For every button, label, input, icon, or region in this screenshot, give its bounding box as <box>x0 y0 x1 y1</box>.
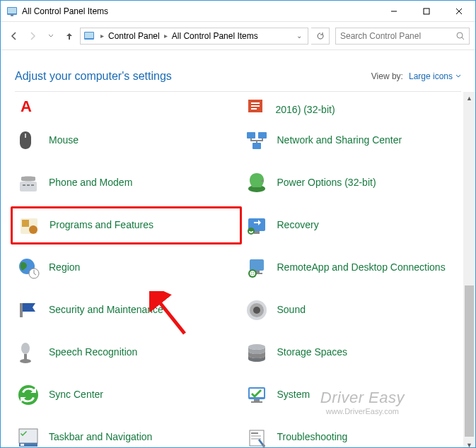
titlebar: All Control Panel Items <box>1 1 475 22</box>
partial-row: A 2016) (32-bit) <box>1 92 475 119</box>
back-button[interactable] <box>6 28 22 44</box>
sound-icon <box>245 298 269 322</box>
region-icon <box>16 256 40 280</box>
chevron-right-icon[interactable]: ▸ <box>161 32 170 40</box>
scroll-thumb[interactable] <box>465 285 474 437</box>
address-bar[interactable]: ▸ Control Panel ▸ All Control Panel Item… <box>80 28 308 45</box>
cpl-item-label: Mouse <box>49 134 79 147</box>
cpl-item-phone-and-modem[interactable]: Phone and Modem <box>15 168 238 198</box>
cpl-item-label: Sync Center <box>49 389 103 401</box>
cpl-item-troubleshooting[interactable]: Troubleshooting <box>243 423 466 448</box>
partial-item-label[interactable]: 2016) (32-bit) <box>276 104 335 117</box>
recent-dropdown[interactable] <box>43 28 59 44</box>
svg-line-10 <box>462 37 464 40</box>
cpl-item-sync-center[interactable]: Sync Center <box>15 380 238 410</box>
svg-rect-19 <box>31 184 34 186</box>
cpl-item-label: Network and Sharing Center <box>277 134 402 147</box>
scroll-track[interactable] <box>463 104 475 439</box>
security-maintenance-icon <box>16 298 40 322</box>
chevron-down-icon[interactable]: ⌄ <box>294 32 305 40</box>
up-button[interactable] <box>62 28 77 44</box>
troubleshooting-icon <box>245 425 269 448</box>
svg-rect-47 <box>19 429 37 443</box>
cpl-item-storage-spaces[interactable]: Storage Spaces <box>243 338 466 367</box>
svg-rect-4 <box>424 8 429 14</box>
svg-rect-52 <box>251 435 261 437</box>
cpl-item-label: Region <box>49 261 80 274</box>
programs-and-features-icon <box>17 213 41 237</box>
viewby-dropdown[interactable]: Large icons <box>409 71 461 81</box>
svg-point-40 <box>20 359 31 363</box>
control-panel-icon <box>83 30 95 42</box>
cpl-item-label: Speech Recognition <box>49 346 137 359</box>
cpl-item-system[interactable]: System <box>243 380 466 410</box>
cpl-item-network-sharing-center[interactable]: Network and Sharing Center <box>243 126 466 155</box>
cpl-item-label: Troubleshooting <box>277 431 348 444</box>
svg-rect-15 <box>252 143 261 149</box>
svg-point-27 <box>248 228 255 235</box>
toolbar: ▸ Control Panel ▸ All Control Panel Item… <box>1 22 475 50</box>
svg-rect-46 <box>251 401 262 403</box>
search-box[interactable] <box>335 28 470 45</box>
scroll-down-button[interactable]: ▼ <box>463 439 475 448</box>
cpl-item-label: Security and Maintenance <box>49 304 163 317</box>
cpl-item-label: RemoteApp and Desktop Connections <box>277 261 446 274</box>
cpl-item-programs-and-features[interactable]: Programs and Features <box>11 206 242 244</box>
letter-a-icon: A <box>21 98 32 116</box>
svg-rect-17 <box>23 184 25 186</box>
svg-rect-1 <box>8 8 16 13</box>
svg-rect-2 <box>11 15 13 16</box>
phone-and-modem-icon <box>16 171 40 195</box>
svg-rect-34 <box>20 303 23 317</box>
header: Adjust your computer's settings View by:… <box>1 50 475 91</box>
close-button[interactable] <box>443 1 475 21</box>
svg-rect-26 <box>254 231 260 234</box>
remoteapp-icon <box>245 256 269 280</box>
chevron-right-icon[interactable]: ▸ <box>98 32 107 40</box>
maximize-button[interactable] <box>410 1 443 21</box>
page-title: Adjust your computer's settings <box>15 70 172 83</box>
cpl-item-taskbar-navigation[interactable]: Taskbar and Navigation <box>15 423 238 448</box>
svg-rect-23 <box>22 220 29 227</box>
taskbar-navigation-icon <box>16 425 40 448</box>
scrollbar[interactable]: ▲ ▼ <box>463 92 475 448</box>
cpl-item-label: Phone and Modem <box>49 177 132 189</box>
office-icon <box>243 92 267 116</box>
svg-rect-12 <box>25 134 26 138</box>
svg-point-54 <box>262 444 265 447</box>
sync-center-icon <box>16 383 40 407</box>
minimize-button[interactable] <box>378 1 410 21</box>
cpl-item-speech-recognition[interactable]: Speech Recognition <box>15 338 238 367</box>
cpl-item-sound[interactable]: Sound <box>243 295 466 325</box>
control-panel-icon <box>6 6 18 17</box>
svg-rect-14 <box>258 132 267 138</box>
cpl-item-remoteapp[interactable]: RemoteApp and Desktop Connections <box>243 253 466 283</box>
cpl-item-label: System <box>277 389 310 401</box>
svg-rect-49 <box>21 444 24 446</box>
cpl-item-label: Power Options (32-bit) <box>277 177 376 189</box>
cpl-item-power-options[interactable]: Power Options (32-bit) <box>243 168 466 198</box>
cpl-item-region[interactable]: Region <box>15 253 238 283</box>
cpl-item-label: Programs and Features <box>50 219 153 232</box>
cpl-item-label: Sound <box>277 304 306 317</box>
power-options-icon <box>245 171 269 195</box>
breadcrumb[interactable]: Control Panel <box>107 31 161 41</box>
svg-rect-21 <box>261 180 264 182</box>
viewby-label: View by: <box>371 71 403 81</box>
cpl-item-recovery[interactable]: Recovery <box>243 211 466 240</box>
svg-rect-45 <box>254 399 260 401</box>
forward-button[interactable] <box>25 28 40 44</box>
speech-recognition-icon <box>16 341 40 365</box>
recovery-icon <box>245 213 269 237</box>
cpl-item-label: Taskbar and Navigation <box>49 431 152 444</box>
breadcrumb[interactable]: All Control Panel Items <box>170 31 260 41</box>
svg-point-41 <box>248 344 265 350</box>
search-input[interactable] <box>340 31 456 41</box>
refresh-button[interactable] <box>311 28 330 45</box>
cpl-item-security-maintenance[interactable]: Security and Maintenance <box>15 295 238 325</box>
cpl-item-mouse[interactable]: Mouse <box>15 126 238 155</box>
svg-rect-30 <box>250 259 264 271</box>
scroll-up-button[interactable]: ▲ <box>463 92 475 104</box>
svg-point-37 <box>253 307 260 314</box>
search-icon <box>456 32 465 40</box>
